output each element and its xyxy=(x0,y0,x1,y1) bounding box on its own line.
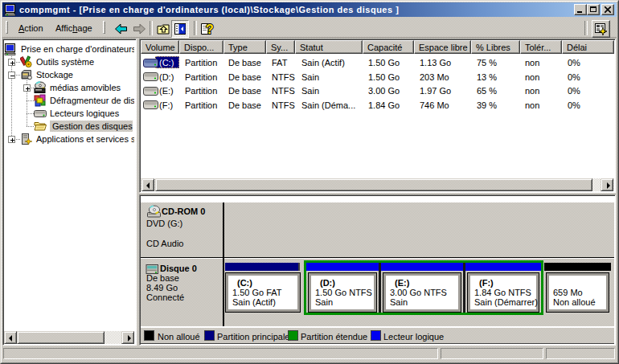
svg-text:?: ? xyxy=(206,22,214,36)
